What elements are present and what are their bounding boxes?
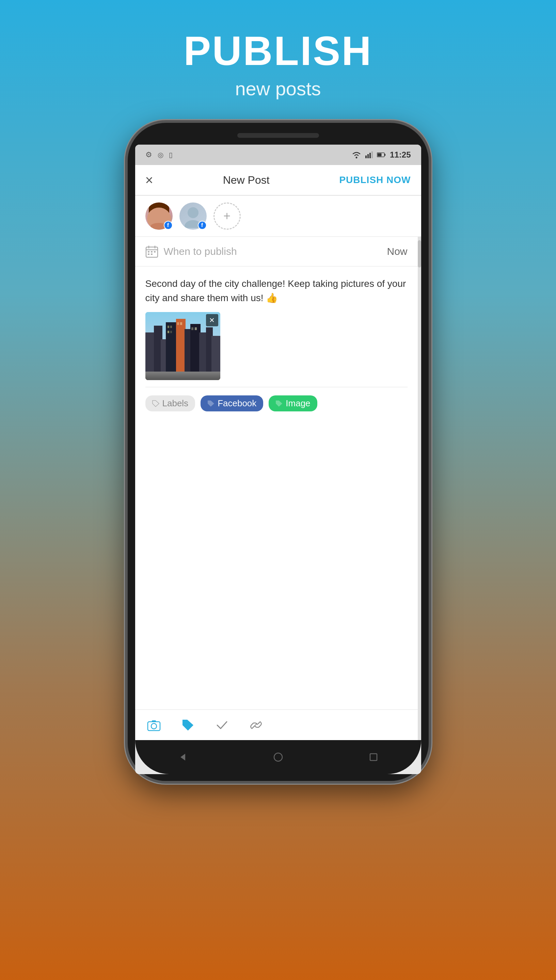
gear-icon: ⚙ [145,150,152,159]
post-text[interactable]: Second day of the city challenge! Keep t… [145,277,407,305]
svg-rect-36 [180,322,182,325]
main-content-area [135,419,418,709]
label-text-facebook: Facebook [218,398,256,409]
fb-badge-2: f [198,221,207,230]
page-header: PUBLISH new posts [184,0,372,113]
status-icons-left: ⚙ ◎ ▯ [145,150,173,159]
account-1[interactable]: f [145,203,173,230]
svg-rect-38 [195,327,197,330]
publish-now-button[interactable]: PUBLISH NOW [339,174,411,185]
svg-point-8 [187,207,199,218]
app-header: × New Post PUBLISH NOW [135,165,421,196]
android-nav-bar [135,740,421,774]
svg-point-40 [151,724,157,729]
home-button[interactable] [270,749,287,766]
svg-rect-18 [151,253,152,255]
labels-row: Labels Facebook Image [135,387,418,419]
svg-rect-41 [152,720,156,722]
bottom-toolbar [135,709,418,740]
tag-toolbar-button[interactable] [179,717,196,733]
battery-low-icon: ▯ [169,151,173,159]
svg-point-0 [356,157,357,159]
battery-icon [377,152,386,158]
account-2[interactable]: f [179,203,207,230]
link-toolbar-button[interactable] [247,717,265,733]
svg-rect-16 [154,251,155,253]
label-tag-image[interactable]: Image [268,395,317,411]
svg-rect-31 [168,326,169,328]
label-text-labels: Labels [162,398,189,409]
svg-rect-34 [170,331,172,333]
svg-rect-45 [370,754,377,761]
phone-wrapper: ⚙ ◎ ▯ [125,120,432,784]
add-account-button[interactable]: + [213,203,241,230]
when-to-publish-label: When to publish [164,246,381,257]
signal-icon [365,152,373,158]
scrollbar-track[interactable] [418,237,421,740]
recent-button[interactable] [365,749,382,766]
circle-icon: ◎ [158,151,163,159]
svg-rect-6 [385,154,385,156]
app-title: New Post [223,174,270,187]
svg-rect-1 [365,155,367,158]
when-to-publish-row[interactable]: When to publish Now [135,237,418,266]
label-text-image: Image [286,398,310,409]
close-button[interactable]: × [145,173,153,187]
back-button[interactable] [175,749,191,766]
wifi-icon [352,151,361,159]
calendar-icon [145,245,158,258]
svg-rect-3 [369,153,371,158]
svg-rect-32 [170,326,172,328]
page-subtitle: new posts [184,77,372,100]
remove-image-button[interactable]: ✕ [206,314,218,326]
svg-rect-37 [191,327,193,330]
svg-rect-33 [168,331,169,333]
svg-rect-35 [177,322,179,325]
label-tag-facebook[interactable]: Facebook [200,395,263,411]
svg-rect-17 [148,253,149,255]
post-content: Second day of the city challenge! Keep t… [135,266,418,387]
svg-rect-24 [176,319,186,380]
status-time: 11:25 [390,150,411,160]
when-to-publish-value: Now [387,246,407,257]
tag-image-icon [275,400,283,407]
phone-outer: ⚙ ◎ ▯ [125,120,432,784]
svg-rect-7 [378,153,381,156]
accounts-row: f f + [135,196,421,237]
svg-rect-15 [151,251,152,253]
phone-speaker [237,133,319,138]
scrollbar-thumb[interactable] [418,240,421,268]
svg-point-44 [274,753,282,761]
post-image: ✕ [145,312,220,380]
phone-screen: ⚙ ◎ ▯ [135,145,421,774]
camera-toolbar-button[interactable] [145,717,162,733]
svg-marker-43 [181,754,185,761]
svg-rect-2 [367,154,369,158]
check-toolbar-button[interactable] [213,717,231,733]
page-title: PUBLISH [184,27,372,74]
svg-rect-14 [148,251,149,253]
status-icons-right: 11:25 [352,150,411,160]
fb-badge-1: f [164,221,173,230]
tag-facebook-icon [207,400,215,407]
label-tag-empty[interactable]: Labels [145,395,196,411]
status-bar: ⚙ ◎ ▯ [135,145,421,165]
svg-rect-4 [372,152,373,158]
tag-empty-icon [152,400,160,407]
svg-rect-30 [145,372,220,380]
